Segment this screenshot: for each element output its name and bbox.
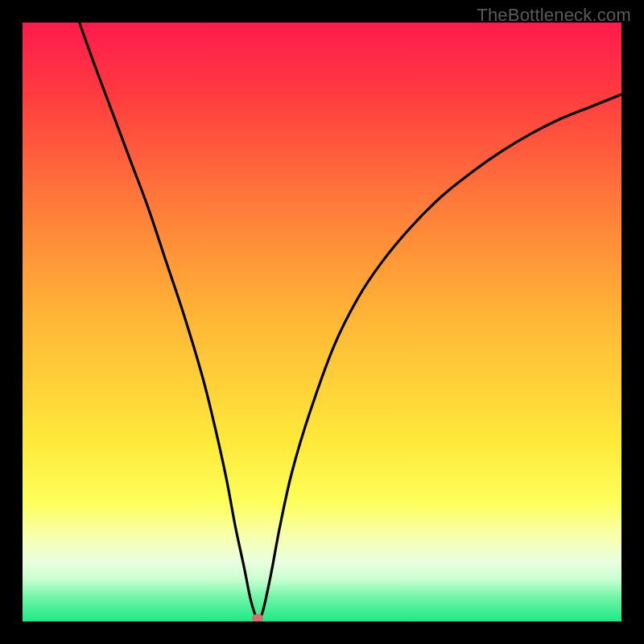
bottleneck-curve	[23, 23, 621, 621]
watermark-text: TheBottleneck.com	[477, 5, 631, 26]
curve-path	[80, 23, 621, 619]
min-point-marker	[252, 614, 263, 621]
plot-area	[23, 23, 621, 621]
